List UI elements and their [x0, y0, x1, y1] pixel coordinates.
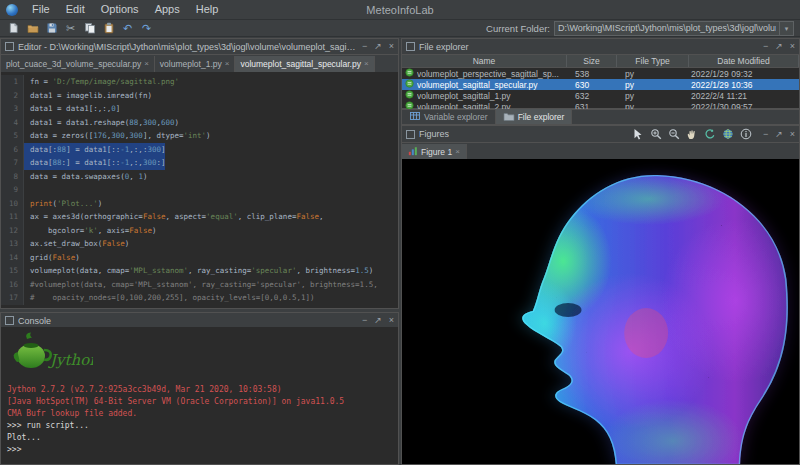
menu-items: FileEditOptionsAppsHelp — [24, 0, 226, 19]
minimize-icon[interactable]: − — [763, 130, 768, 139]
code-text: grid(False) — [24, 251, 80, 265]
tab-close-icon[interactable]: × — [364, 60, 369, 68]
code-line: 8data = data.swapaxes(0, 1) — [1, 170, 398, 184]
code-line: 4data1 = data1.reshape(88,300,600) — [1, 116, 398, 130]
current-folder-input[interactable] — [555, 23, 779, 33]
tab-close-icon[interactable]: × — [455, 148, 460, 156]
copy-icon[interactable] — [82, 21, 97, 35]
editor-tab[interactable]: volumeplot_1.py× — [155, 56, 236, 72]
pan-hand-icon[interactable] — [686, 127, 699, 141]
rotate-icon[interactable] — [704, 127, 717, 141]
menu-file[interactable]: File — [24, 0, 58, 19]
file-explorer-header: File explorer − ↗ × — [402, 39, 799, 55]
menu-help[interactable]: Help — [188, 0, 227, 19]
tab-file-explorer[interactable]: File explorer — [496, 109, 573, 124]
save-icon[interactable] — [44, 21, 59, 35]
figure-canvas[interactable] — [402, 159, 799, 464]
tab-variable-explorer[interactable]: Variable explorer — [402, 109, 496, 124]
column-header-size[interactable]: Size — [567, 55, 617, 67]
line-number: 14 — [1, 251, 24, 265]
paste-icon[interactable] — [101, 21, 116, 35]
float-icon[interactable]: ↗ — [775, 42, 783, 51]
file-name: volumeplot_sagittal_1.py — [417, 91, 511, 101]
console-line: Plot... — [7, 432, 392, 444]
tab-figure-1[interactable]: Figure 1 × — [402, 144, 467, 159]
table-row[interactable]: volumeplot_perspective_sagittal_sp...538… — [402, 68, 799, 79]
file-explorer-panel-icon — [406, 42, 415, 51]
code-line: 14grid(False) — [1, 251, 398, 265]
code-line: 2data1 = imagelib.imread(fn) — [1, 89, 398, 103]
code-text: ax.set_draw_box(False) — [24, 237, 129, 251]
code-editor[interactable]: 1fn = 'D:/Temp/image/sagittal.png'2data1… — [1, 72, 398, 308]
code-text: data1 = data1.reshape(88,300,600) — [24, 116, 179, 130]
close-icon[interactable]: × — [389, 42, 394, 51]
open-folder-icon[interactable] — [25, 21, 40, 35]
code-line: 5data = zeros([176,300,300], dtype='int'… — [1, 129, 398, 143]
code-text: bgcolor='k', axis=False) — [24, 224, 156, 238]
close-icon[interactable]: × — [790, 130, 795, 139]
menu-options[interactable]: Options — [93, 0, 147, 19]
code-text: #volumeplot(data, cmap='MPL_sstanom', ra… — [24, 278, 378, 292]
line-number: 9 — [1, 183, 24, 197]
code-line: 9 — [1, 183, 398, 197]
float-icon[interactable]: ↗ — [775, 130, 783, 139]
code-line: 11ax = axes3d(orthographic=False, aspect… — [1, 210, 398, 224]
minimize-icon[interactable]: − — [763, 42, 768, 51]
console-panel: Console − ↗ × Jython Jyth — [0, 312, 399, 465]
file-name: volumeplot_sagittal_specular.py — [417, 80, 538, 90]
file-modified: 2022/1/29 10:36 — [689, 80, 799, 90]
editor-tab-label: plot_cuace_3d_volume_specular.py — [6, 59, 141, 69]
file-type: py — [617, 80, 689, 90]
editor-tab[interactable]: plot_cuace_3d_volume_specular.py× — [1, 56, 155, 72]
close-icon[interactable]: × — [790, 42, 795, 51]
file-size: 632 — [567, 91, 617, 101]
new-file-icon[interactable] — [6, 21, 21, 35]
close-icon[interactable]: × — [389, 316, 394, 325]
menu-edit[interactable]: Edit — [58, 0, 93, 19]
column-header-name[interactable]: Name — [402, 55, 567, 67]
figures-title: Figures — [419, 129, 449, 139]
file-type: py — [617, 91, 689, 101]
float-icon[interactable]: ↗ — [374, 316, 382, 325]
tab-close-icon[interactable]: × — [144, 60, 149, 68]
zoom-in-icon[interactable] — [650, 127, 663, 141]
minimize-icon[interactable]: − — [362, 42, 367, 51]
line-number: 16 — [1, 278, 24, 292]
app-logo-icon — [6, 4, 18, 16]
figures-toolbar — [632, 127, 753, 141]
file-type: py — [617, 69, 689, 79]
figure-tab-label: Figure 1 — [421, 147, 452, 157]
undo-icon[interactable]: ↶ — [120, 21, 135, 35]
select-arrow-icon[interactable] — [632, 127, 645, 141]
identify-icon[interactable] — [740, 127, 753, 141]
zoom-out-icon[interactable] — [668, 127, 681, 141]
globe-icon[interactable] — [722, 127, 735, 141]
code-text — [24, 183, 30, 197]
table-row[interactable]: volumeplot_sagittal_1.py632py2022/2/4 11… — [402, 90, 799, 101]
table-row[interactable]: volumeplot_sagittal_specular.py630py2022… — [402, 79, 799, 90]
column-header-type[interactable]: File Type — [617, 55, 689, 67]
console-output[interactable]: Jython Jython 2.7.2 (v2.7.2:925a3cc3b49d… — [1, 327, 398, 464]
explorer-tab-bar: Variable explorerFile explorer — [401, 109, 800, 125]
code-line: 1fn = 'D:/Temp/image/sagittal.png' — [1, 75, 398, 89]
code-line: 12 bgcolor='k', axis=False) — [1, 224, 398, 238]
column-header-modified[interactable]: Date Modified — [689, 55, 799, 67]
table-icon — [409, 110, 421, 124]
minimize-icon[interactable]: − — [362, 316, 367, 325]
file-explorer-panel: File explorer − ↗ × Name Size File Type … — [401, 38, 800, 109]
tab-label: File explorer — [518, 112, 565, 122]
editor-tab[interactable]: volumeplot_sagittal_specular.py× — [235, 56, 374, 72]
menu-apps[interactable]: Apps — [147, 0, 188, 19]
redo-icon[interactable]: ↷ — [139, 21, 154, 35]
code-line: 6data[:88] = data1[::-1,:,:300] — [1, 143, 398, 157]
figures-panel: Figures − ↗ × Figure 1 × — [401, 125, 800, 465]
figures-panel-icon — [406, 130, 415, 139]
tab-close-icon[interactable]: × — [225, 60, 230, 68]
line-number: 5 — [1, 129, 24, 143]
chevron-down-icon[interactable]: ▾ — [779, 22, 793, 35]
file-explorer-title: File explorer — [419, 42, 757, 52]
float-icon[interactable]: ↗ — [374, 42, 382, 51]
cut-icon[interactable]: ✂ — [63, 21, 78, 35]
current-folder-label: Current Folder: — [486, 23, 550, 34]
svg-text:Jython: Jython — [48, 351, 93, 369]
